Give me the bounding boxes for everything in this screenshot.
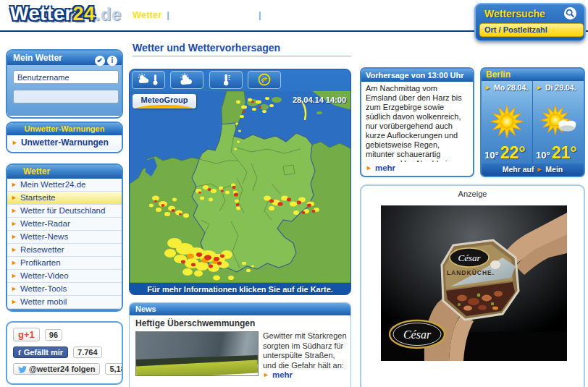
info-icon[interactable]: i bbox=[107, 56, 117, 66]
sidebar-item-wetter-fuer-deutschland[interactable]: ►Wetter für Deutschland bbox=[7, 205, 122, 218]
sidebar-item-wetter-news[interactable]: ►Wetter-News bbox=[7, 231, 122, 244]
title-rule bbox=[133, 56, 351, 56]
radar-icon[interactable] bbox=[248, 71, 281, 89]
day-date: Mo 28.04. bbox=[494, 83, 528, 92]
gplus-button[interactable]: g+1 bbox=[13, 328, 40, 341]
username-field[interactable] bbox=[13, 70, 119, 84]
facebook-count: 7.764 bbox=[73, 346, 102, 358]
temp-high: 22° bbox=[500, 143, 526, 162]
sidebar-item-profikarten[interactable]: ►Profikarten bbox=[7, 257, 122, 270]
footer-prefix: Mehr auf bbox=[503, 165, 534, 174]
berlin-day-tuesday[interactable]: ►Di 29.04. 10°21° bbox=[533, 81, 584, 163]
arrow-icon: ► bbox=[366, 164, 372, 171]
facebook-row: fGefällt mir7.764 bbox=[13, 346, 122, 358]
logo-wetter: Wetter bbox=[10, 3, 73, 25]
menu-label: Wetter-News bbox=[20, 232, 68, 241]
day-date: Di 29.04. bbox=[545, 83, 576, 92]
arrow-icon: ► bbox=[536, 84, 542, 91]
unwetter-link-label: Unwetter-Warnungen bbox=[21, 137, 109, 148]
cesar-ad-image[interactable]: César LANDKÜCHE. César bbox=[381, 205, 567, 361]
ad-product-name: LANDKÜCHE. bbox=[447, 269, 495, 276]
twitter-row: @wetter24 folgen5,182 Fo bbox=[13, 363, 122, 375]
weather-search-title: Wettersuche bbox=[484, 8, 545, 20]
search-input[interactable]: Ort / Postleitzahl bbox=[479, 23, 584, 37]
ad-graphic: César LANDKÜCHE. César bbox=[381, 205, 567, 361]
news-mehr-link[interactable]: mehr bbox=[272, 370, 293, 379]
news-photo[interactable] bbox=[135, 331, 259, 376]
berlin-weather-panel: Berlin ►Mo 28.04. 10°22° ►Di 29.04. 10°2… bbox=[480, 67, 585, 177]
sidebar-item-unwetter-warnungen[interactable]: ►Unwetter-Warnungen bbox=[7, 135, 122, 150]
sun-cloud-icon[interactable] bbox=[170, 71, 203, 89]
berlin-days: ►Mo 28.04. 10°22° ►Di 29.04. 10°21° bbox=[482, 81, 584, 163]
arrow-icon: ► bbox=[11, 233, 17, 240]
ad-label: Anzeige bbox=[361, 190, 584, 198]
thermometer-icon[interactable] bbox=[209, 71, 243, 89]
sidebar-item-wetter-mobil[interactable]: ►Wetter mobil bbox=[7, 296, 122, 309]
sidebar-item-wetter-video[interactable]: ►Wetter-Video bbox=[7, 270, 122, 283]
sidebar-item-mein-wetter24[interactable]: ►Mein Wetter24.de bbox=[7, 179, 122, 192]
forecast-mehr-link[interactable]: mehr bbox=[375, 163, 395, 172]
facebook-like-button[interactable]: fGefällt mir bbox=[13, 346, 68, 358]
sidebar-item-wetter-tools[interactable]: ►Wetter-Tools bbox=[7, 283, 122, 296]
check-icon[interactable]: ✔ bbox=[95, 56, 105, 66]
twitter-icon bbox=[18, 366, 27, 373]
nav-separator: | bbox=[167, 9, 169, 20]
search-icon[interactable] bbox=[564, 7, 576, 20]
nav-ueber-meteogroup[interactable]: Über MeteoGroup bbox=[266, 9, 346, 20]
twitter-count: 5,182 Fo bbox=[105, 363, 123, 375]
facebook-icon: f bbox=[18, 348, 21, 357]
gplus-count: 96 bbox=[45, 329, 62, 341]
meteogroup-logo: MeteoGroup bbox=[133, 94, 196, 109]
sidebar-item-wetter-radar[interactable]: ►Wetter-Radar bbox=[7, 218, 122, 231]
page-title: Wetter und Wettervorhersagen bbox=[133, 42, 280, 54]
twitter-follow-label: @wetter24 folgen bbox=[29, 365, 95, 373]
day-label: ►Di 29.04. bbox=[533, 81, 584, 92]
meteogroup-logo-arc bbox=[133, 105, 196, 109]
twitter-follow-button[interactable]: @wetter24 folgen bbox=[13, 363, 100, 375]
logo-24: 24 bbox=[73, 3, 96, 25]
arrow-icon: ► bbox=[11, 246, 17, 253]
menu-label: Wetter mobil bbox=[20, 297, 67, 306]
menu-label: Wetter-Tools bbox=[20, 284, 67, 293]
mein-wetter-box: Mein Wetter ✔ i bbox=[6, 49, 123, 119]
sidebar-item-reisewetter[interactable]: ►Reisewetter bbox=[7, 244, 122, 257]
berlin-day-monday[interactable]: ►Mo 28.04. 10°22° bbox=[482, 81, 532, 163]
arrow-icon: ► bbox=[263, 371, 269, 378]
menu-label: Wetter für Deutschland bbox=[20, 206, 105, 215]
arrow-icon: ► bbox=[11, 207, 17, 214]
wetter-menu-box: Wetter ►Mein Wetter24.de ►Startseite ►We… bbox=[6, 163, 123, 312]
arrow-icon: ► bbox=[11, 181, 17, 188]
map-toolbar bbox=[130, 69, 350, 91]
sun-icon bbox=[489, 103, 525, 140]
sidebar-item-startseite[interactable]: ►Startseite bbox=[7, 192, 122, 205]
unwetter-header: Unwetter-Warnungen bbox=[7, 123, 122, 135]
map-graphic bbox=[130, 91, 351, 283]
forecast-text: Am Nachmittag vom Emsland über den Harz … bbox=[361, 82, 473, 162]
social-box: g+196 fGefällt mir7.764 @wetter24 folgen… bbox=[6, 321, 123, 385]
arrow-icon: ► bbox=[11, 272, 17, 279]
arrow-icon: ► bbox=[12, 139, 18, 146]
temp-low: 10° bbox=[536, 150, 550, 161]
logo-de: .de bbox=[96, 4, 122, 24]
menu-label: Startseite bbox=[20, 193, 56, 202]
menu-label: Wetter-Radar bbox=[20, 219, 70, 228]
password-field[interactable] bbox=[13, 90, 119, 103]
berlin-header[interactable]: Berlin bbox=[482, 69, 584, 81]
ad-brand-logo: César bbox=[403, 328, 432, 341]
arrow-icon: ► bbox=[11, 220, 17, 227]
news-headline[interactable]: Heftige Überschwemmungen bbox=[135, 318, 350, 328]
day-label: ►Mo 28.04. bbox=[482, 81, 532, 92]
mein-wetter-header: Mein Wetter ✔ i bbox=[7, 51, 122, 65]
menu-label: Mein Wetter24.de bbox=[20, 180, 86, 189]
sun-cloud-thermometer-icon[interactable] bbox=[132, 71, 165, 89]
news-header: News bbox=[130, 303, 350, 315]
nav-wetter[interactable]: Wetter bbox=[133, 9, 161, 20]
nav-geschaeftskunden[interactable]: Geschäftskunden bbox=[175, 9, 253, 20]
nav-separator: | bbox=[259, 9, 261, 20]
berlin-footer-link[interactable]: Mehr auf ►Mein Wetter24.de bbox=[482, 163, 584, 176]
unwetter-warnungen-box: Unwetter-Warnungen ►Unwetter-Warnungen bbox=[6, 122, 123, 153]
ad-panel: Anzeige bbox=[360, 184, 585, 387]
germany-weather-map[interactable]: MeteoGroup 28.04.14 14:00 bbox=[130, 91, 351, 283]
site-logo[interactable]: Wetter24.de bbox=[10, 3, 122, 25]
temperature-row: 10°21° bbox=[536, 143, 576, 163]
